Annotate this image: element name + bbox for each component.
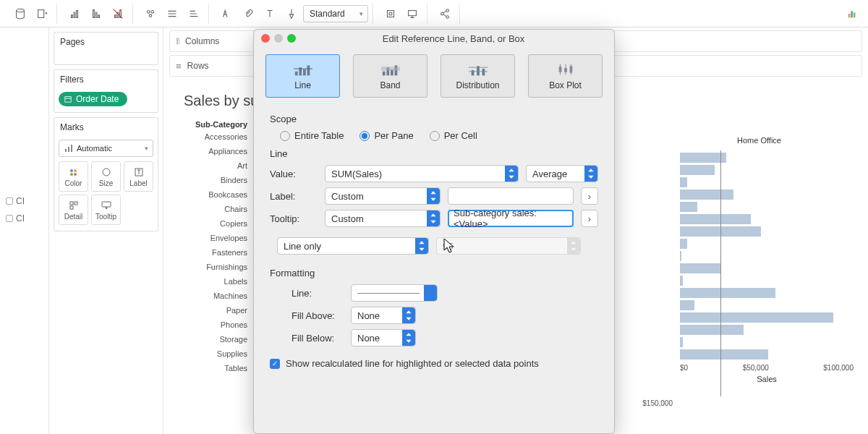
window-close-icon[interactable] [261,34,270,43]
bar[interactable] [680,337,683,347]
bar[interactable] [680,276,683,286]
marks-tooltip[interactable]: Tooltip [91,195,121,225]
pin-icon[interactable] [281,4,302,24]
highlight-icon[interactable] [216,4,237,24]
line-only-select[interactable]: Line only [277,237,429,255]
bar[interactable] [680,177,687,187]
side-panel: Pages Filters Order Date Marks Automatic… [49,27,163,434]
data-source-icon[interactable] [10,4,30,24]
fill-above-select[interactable]: None [351,307,416,324]
row-header: Sub-Category [175,120,247,129]
swap-icon[interactable] [64,4,85,24]
bar[interactable] [680,165,715,175]
format-select[interactable]: Standard [303,5,368,22]
row-label: Machines [175,292,247,306]
detail-icon [68,200,80,211]
svg-rect-6 [95,12,97,17]
sort-asc-icon[interactable] [86,4,106,24]
measure-item[interactable]: CI [3,192,46,210]
tooltip-type-select[interactable]: Custom [325,210,441,227]
bar[interactable] [680,190,733,200]
fill-below-select[interactable]: None [351,329,416,346]
tooltip-insert-button[interactable]: › [581,210,598,227]
bar[interactable] [680,251,681,261]
marks-size[interactable]: Size [91,161,121,192]
label-insert-button[interactable]: › [581,187,598,205]
svg-point-29 [74,173,77,176]
window-minimize-icon [274,34,283,43]
bar[interactable] [680,349,768,359]
svg-rect-14 [388,10,394,17]
filters-shelf[interactable]: Filters Order Date [54,69,158,113]
recalc-checkbox[interactable]: ✓ [270,359,280,369]
edit-reference-line-dialog: Edit Reference Line, Band, or Box Line B… [253,29,615,434]
marks-type-select[interactable]: Automatic [59,140,153,157]
line-style-select[interactable] [351,284,438,302]
svg-rect-35 [102,202,111,207]
bar[interactable] [680,325,744,335]
scope-entire-table[interactable]: Entire Table [280,130,344,141]
show-me-icon[interactable] [842,4,862,24]
fit-icon[interactable] [380,4,401,24]
new-worksheet-icon[interactable] [32,4,52,24]
dialog-title: Edit Reference Line, Band, or Box [300,33,607,44]
bar[interactable] [680,202,697,212]
bar[interactable] [680,239,687,249]
row-label: Labels [175,277,247,292]
label-type-select[interactable]: Custom [325,187,441,205]
svg-rect-49 [564,68,567,72]
tab-box-plot[interactable]: Box Plot [528,54,603,98]
bar-chart-icon [64,143,74,153]
marks-color[interactable]: Color [59,161,88,192]
tab-distribution[interactable]: Distribution [441,54,515,98]
filter-pill-order-date[interactable]: Order Date [59,92,127,106]
row-label: Chairs [175,205,247,219]
tooltip-icon [101,200,112,211]
data-pane-strip: CI CI [0,27,49,434]
fmt-below-label: Fill Below: [292,333,344,344]
svg-rect-22 [65,97,71,103]
share-icon[interactable] [435,4,455,24]
tab-band[interactable]: Band [353,54,427,98]
svg-rect-5 [93,9,95,17]
svg-point-0 [17,9,25,12]
bar[interactable] [680,312,833,323]
svg-point-17 [446,9,449,12]
group-icon[interactable] [140,4,161,24]
top-toolbar: Standard [0,0,868,27]
marks-label[interactable]: Label [124,161,153,192]
measure-item[interactable]: CI [3,210,46,227]
bar[interactable] [680,214,751,224]
label-text-input[interactable] [448,187,574,205]
attach-icon[interactable] [238,4,258,24]
sort-desc-icon[interactable] [108,4,128,24]
dialog-titlebar[interactable]: Edit Reference Line, Band, or Box [254,30,614,47]
tooltip-text-input[interactable]: Sub-category sales:<Value> [448,210,574,227]
bar[interactable] [680,153,726,163]
bar[interactable] [680,300,694,310]
svg-rect-44 [381,67,400,71]
axis-ticks: $0 $50,000 $100,000 [680,364,854,372]
tab-line[interactable]: Line [265,54,340,98]
text-icon[interactable] [260,4,280,24]
column-header-home-office: Home Office [737,136,781,145]
abc-icon[interactable] [184,4,204,24]
presentation-icon[interactable] [402,4,422,24]
window-zoom-icon[interactable] [287,34,296,43]
fmt-above-label: Fill Above: [292,310,344,321]
svg-point-26 [70,169,73,172]
row-label: Accessories [175,132,247,147]
marks-detail[interactable]: Detail [59,195,88,225]
svg-rect-20 [851,11,853,17]
value-agg-select[interactable]: Average [526,165,598,182]
row-label: Appliances [175,147,247,161]
svg-rect-40 [382,72,385,76]
scope-per-pane[interactable]: Per Pane [359,130,413,141]
pages-shelf[interactable]: Pages [54,32,158,65]
bar[interactable] [680,288,775,298]
scope-per-cell[interactable]: Per Cell [430,130,477,141]
bar[interactable] [680,263,720,273]
value-field-select[interactable]: SUM(Sales) [325,165,519,182]
totals-icon[interactable] [162,4,182,24]
row-label: Supplies [175,349,247,364]
